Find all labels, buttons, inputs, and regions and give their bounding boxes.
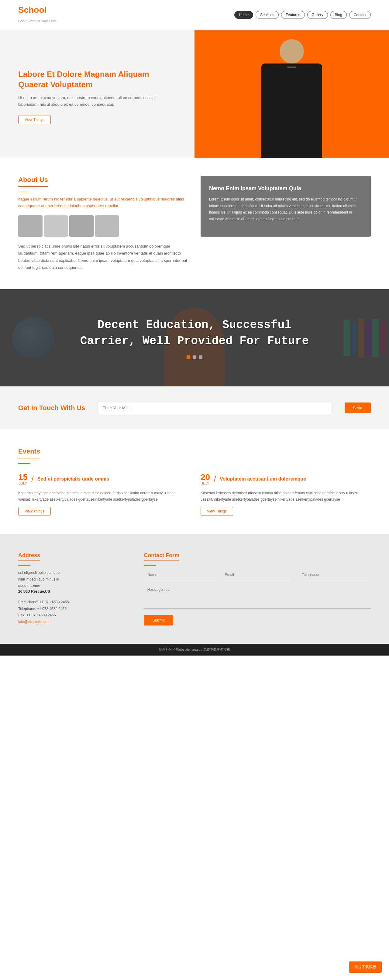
about-card-content: Nemo Enim Ipsam Voluptatem Quia Lorem ip… — [209, 185, 362, 223]
bottom-bar: 访问社区论坛obs.xieniao.com免费下载更多模板 — [0, 644, 389, 655]
event-date-1: 15 JULY — [18, 473, 28, 485]
newsletter-email-input[interactable] — [97, 402, 332, 414]
event-date-2: 20 JULY — [201, 473, 210, 485]
footer-address-title: Address — [18, 552, 40, 561]
about-highlight-text: Itaque earum rerum hic tenetur a sapient… — [18, 196, 188, 209]
footer-section: Address est eligendi optio cumque nihil … — [0, 534, 389, 644]
events-title: Events — [18, 447, 40, 458]
person-head — [280, 39, 304, 64]
event-slash-2: / — [214, 474, 216, 484]
bottom-bar-text: 访问社区论坛obs.xieniao.com免费下载更多模板 — [159, 648, 230, 651]
logo-title: School Good Start For Your Child — [18, 5, 57, 24]
contact-name-input[interactable] — [144, 570, 216, 580]
about-card-title: Nemo Enim Ipsam Voluptatem Quia — [209, 185, 362, 192]
event-title-2: Voluptatem accusantium doloremque — [220, 476, 306, 482]
nav-contact[interactable]: Contact — [349, 11, 371, 19]
main-nav: Home Services Features Gallery Blog Cont… — [234, 11, 371, 19]
about-img-2 — [44, 215, 68, 237]
about-section: About Us Itaque earum rerum hic tenetur … — [0, 158, 389, 290]
footer-address-city: 26 56D Rescue,US — [18, 589, 132, 593]
footer-free-phone: Free Phone: +1 078 4589 2456 — [18, 599, 132, 606]
hero-content: Labore Et Dolore Magnam Aliquam Quaerat … — [0, 30, 194, 158]
footer-address-line-1: est eligendi optio cumque — [18, 570, 132, 576]
footer-contact-form-col: Contact Form Submit — [144, 552, 371, 625]
banner-section: Decent Education, Successful Carrier, We… — [0, 289, 389, 387]
event-text-2: Kasertas lertyasea deeraiser miasera ler… — [201, 490, 371, 503]
nav-features[interactable]: Features — [281, 11, 305, 19]
banner-dot-1[interactable] — [187, 355, 190, 359]
site-header: School Good Start For Your Child Home Se… — [0, 0, 389, 30]
person-body — [261, 64, 322, 158]
hero-cta-button[interactable]: View Things — [18, 115, 51, 124]
footer-address-line-3: quod maxime — [18, 583, 132, 589]
hero-person-figure — [261, 39, 322, 158]
footer-address-divider — [18, 565, 30, 566]
newsletter-title: Get In Touch With Us — [18, 404, 85, 412]
contact-form-row-1 — [144, 570, 371, 580]
footer-contact-title: Contact Form — [144, 552, 179, 561]
event-item-1: 15 JULY / Sed ut perspiciatis unde omnis… — [18, 473, 188, 516]
nav-gallery[interactable]: Gallery — [307, 11, 328, 19]
hero-section: Labore Et Dolore Magnam Aliquam Quaerat … — [0, 30, 389, 158]
hero-text: Ut enim ad minima veniam, quis nostrum e… — [18, 94, 176, 108]
logo: School Good Start For Your Child — [18, 5, 57, 24]
about-left: About Us Itaque earum rerum hic tenetur … — [18, 176, 188, 271]
footer-email-link[interactable]: info@example.com — [18, 620, 49, 624]
banner-dots — [80, 355, 309, 359]
event-cta-button-1[interactable]: View Things — [18, 507, 51, 516]
newsletter-section: Get In Touch With Us Send — [0, 387, 389, 429]
newsletter-send-button[interactable]: Send — [344, 402, 371, 413]
about-card-text: Lorem ipsum dolor sit amet, consectetur … — [209, 196, 362, 223]
event-date-row-1: 15 JULY / Sed ut perspiciatis unde omnis — [18, 473, 188, 485]
about-card: Nemo Enim Ipsam Voluptatem Quia Lorem ip… — [201, 176, 371, 237]
event-item-2: 20 JULY / Voluptatem accusantium dolorem… — [201, 473, 371, 516]
about-title: About Us — [18, 176, 48, 187]
about-img-3 — [69, 215, 94, 237]
banner-dot-2[interactable] — [193, 355, 196, 359]
event-slash-1: / — [31, 474, 34, 484]
banner-title: Decent Education, Successful Carrier, We… — [80, 317, 309, 349]
events-divider — [18, 463, 30, 464]
about-divider — [18, 192, 30, 192]
event-text-1: Kasertas lertyasea deeraiser miasera ler… — [18, 490, 188, 503]
footer-address-line-2: nihil impedit quo minus id — [18, 576, 132, 583]
footer-address-col: Address est eligendi optio cumque nihil … — [18, 552, 132, 625]
nav-blog[interactable]: Blog — [330, 11, 347, 19]
event-title-1: Sed ut perspiciatis unde omnis — [37, 476, 109, 482]
footer-telephone: Telephone: +1 078 4589 2456 — [18, 606, 132, 612]
about-body-text: Sed ut perspiciatis unde omnis iste natu… — [18, 243, 188, 271]
nav-home[interactable]: Home — [234, 11, 253, 19]
contact-email-input[interactable] — [221, 570, 293, 580]
about-img-1 — [18, 215, 43, 237]
event-date-row-2: 20 JULY / Voluptatem accusantium dolorem… — [201, 473, 371, 485]
banner-content: Decent Education, Successful Carrier, We… — [68, 299, 321, 377]
footer-fax: Fax: +1 078 4589 2456 — [18, 612, 132, 619]
hero-image-area — [194, 30, 389, 158]
event-cta-button-2[interactable]: View Things — [201, 507, 233, 516]
contact-message-textarea[interactable] — [144, 584, 371, 609]
banner-dot-3[interactable] — [199, 355, 202, 359]
hero-title: Labore Et Dolore Magnam Aliquam Quaerat … — [18, 69, 176, 90]
contact-submit-button[interactable]: Submit — [144, 615, 173, 625]
about-images-row — [18, 215, 188, 237]
events-grid: 15 JULY / Sed ut perspiciatis unde omnis… — [18, 473, 371, 516]
footer-contact-divider — [144, 565, 156, 566]
about-right: Nemo Enim Ipsam Voluptatem Quia Lorem ip… — [201, 176, 371, 271]
contact-telephone-input[interactable] — [298, 570, 371, 580]
nav-services[interactable]: Services — [255, 11, 279, 19]
about-img-4 — [95, 215, 119, 237]
events-section: Events 15 JULY / Sed ut perspiciatis und… — [0, 429, 389, 534]
